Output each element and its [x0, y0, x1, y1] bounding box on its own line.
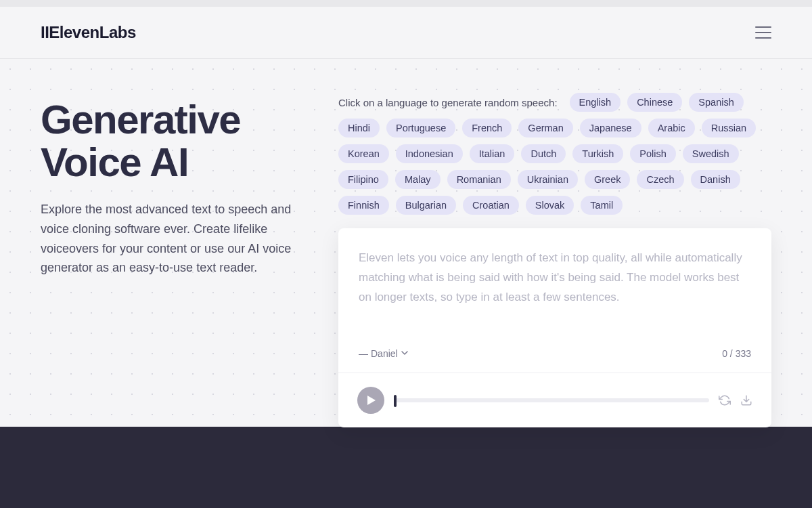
- language-selector: Click on a language to generate random s…: [338, 93, 771, 215]
- panel-meta: — Daniel 0 / 333: [338, 321, 771, 373]
- language-pill[interactable]: German: [518, 119, 572, 137]
- audio-player: [338, 373, 771, 427]
- language-pill[interactable]: Japanese: [580, 119, 641, 137]
- language-pill[interactable]: Arabic: [648, 119, 695, 137]
- language-pill[interactable]: Spanish: [689, 93, 743, 112]
- download-icon[interactable]: [740, 394, 752, 406]
- play-icon: [367, 396, 376, 405]
- language-pill[interactable]: French: [462, 119, 512, 137]
- language-pill[interactable]: English: [570, 93, 621, 112]
- hero-subtitle: Explore the most advanced text to speech…: [41, 200, 304, 278]
- hamburger-menu-icon[interactable]: [755, 26, 771, 39]
- language-pill[interactable]: Tamil: [581, 196, 623, 215]
- demo-section: Click on a language to generate random s…: [338, 93, 771, 427]
- dark-footer-band: [0, 427, 812, 508]
- language-pill[interactable]: Hindi: [338, 119, 380, 137]
- loop-icon[interactable]: [719, 394, 731, 406]
- tts-panel: Eleven lets you voice any length of text…: [338, 228, 771, 427]
- language-pill[interactable]: Danish: [691, 170, 740, 189]
- logo[interactable]: IIElevenLabs: [41, 23, 136, 42]
- language-pill[interactable]: Slovak: [526, 196, 574, 215]
- voice-prefix: —: [359, 348, 368, 359]
- character-count: 0 / 333: [722, 348, 751, 359]
- language-pill[interactable]: Swedish: [683, 144, 739, 163]
- language-pill[interactable]: Indonesian: [396, 144, 463, 163]
- text-placeholder: Eleven lets you voice any length of text…: [359, 249, 751, 308]
- language-pill[interactable]: Bulgarian: [396, 196, 456, 215]
- language-pill[interactable]: Ukrainian: [518, 170, 578, 189]
- browser-top-bar: [0, 0, 812, 7]
- play-button[interactable]: [357, 387, 384, 414]
- language-pill[interactable]: Croatian: [463, 196, 519, 215]
- language-pill[interactable]: Malay: [395, 170, 441, 189]
- progress-thumb[interactable]: [394, 395, 397, 407]
- language-pill[interactable]: Polish: [630, 144, 676, 163]
- language-pill[interactable]: Romanian: [447, 170, 511, 189]
- voice-selector[interactable]: — Daniel: [359, 348, 409, 359]
- language-pill[interactable]: Finnish: [338, 196, 389, 215]
- language-pill[interactable]: Korean: [338, 144, 389, 163]
- language-pill[interactable]: Dutch: [521, 144, 566, 163]
- hero-section: Generative Voice AI Explore the most adv…: [41, 93, 304, 427]
- site-header: IIElevenLabs: [0, 7, 812, 59]
- chevron-down-icon: [401, 348, 409, 359]
- language-pill[interactable]: Portuguese: [386, 119, 455, 137]
- language-pill[interactable]: Italian: [470, 144, 515, 163]
- language-pill[interactable]: Chinese: [627, 93, 682, 112]
- language-pill[interactable]: Russian: [702, 119, 756, 137]
- main-content: Generative Voice AI Explore the most adv…: [0, 59, 812, 427]
- language-pill[interactable]: Turkish: [572, 144, 623, 163]
- language-pill[interactable]: Greek: [585, 170, 631, 189]
- text-input-area[interactable]: Eleven lets you voice any length of text…: [338, 228, 771, 321]
- language-prompt: Click on a language to generate random s…: [338, 97, 558, 108]
- hero-title: Generative Voice AI: [41, 98, 304, 184]
- voice-name: Daniel: [371, 348, 398, 359]
- language-pill[interactable]: Czech: [637, 170, 683, 189]
- progress-slider[interactable]: [394, 398, 709, 402]
- language-pill[interactable]: Filipino: [338, 170, 388, 189]
